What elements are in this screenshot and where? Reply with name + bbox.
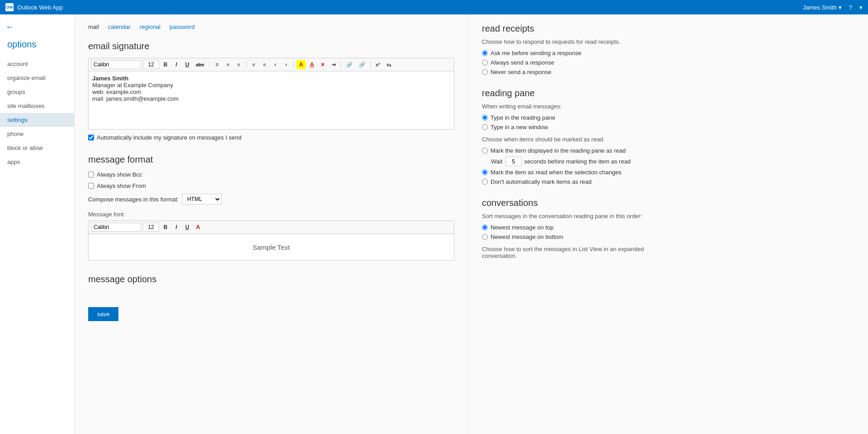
align-center-button[interactable]: ≡ [223,61,232,69]
sidebar-item-settings[interactable]: settings [0,113,74,127]
sidebar-item-phone[interactable]: phone [0,127,74,141]
reading-pane-section: reading pane When writing email messages… [482,88,644,185]
sidebar-item-site-mailboxes[interactable]: site mailboxes [0,99,74,113]
align-right-button[interactable]: ≡ [234,61,243,69]
bold-button[interactable]: B [161,60,170,69]
sidebar-item-organize-email[interactable]: organize email [0,71,74,85]
read-receipt-ask-radio[interactable] [482,50,488,56]
tab-calendar[interactable]: calendar [108,23,131,32]
app-title: Outlook Web App [17,4,63,11]
compose-format-row: Compose messages in this format: HTML Pl… [88,194,454,205]
read-receipts-title: read receipts [482,23,644,34]
read-receipt-never-radio[interactable] [482,69,488,75]
sample-text-area[interactable]: Sample Text [88,233,454,261]
save-button[interactable]: save [88,307,118,321]
content-area: mail calendar regional password email si… [75,14,468,434]
align-left-button[interactable]: ≡ [212,60,222,69]
mark-selection-row: Mark the item as read when the selection… [482,169,644,176]
sidebar-item-groups[interactable]: groups [0,85,74,99]
newest-top-label: Newest message on top [491,224,553,231]
insert-link-button[interactable]: 🔗 [344,61,355,69]
back-icon: ← [5,22,14,32]
type-in-pane-radio[interactable] [482,115,488,121]
help-button[interactable]: ? [849,4,852,11]
user-dropdown[interactable]: James Smith ▾ [803,4,842,11]
toolbar-sep-3 [293,61,294,68]
superscript-button[interactable]: x² [373,61,382,69]
clear-format-button[interactable]: ✕ [318,61,327,69]
read-receipt-ask-row: Ask me before sending a response [482,50,644,56]
toolbar-sep-2 [246,61,246,68]
font-underline-button[interactable]: U [183,223,192,232]
signature-size-input[interactable] [143,60,159,69]
tab-regional[interactable]: regional [140,23,160,32]
topbar-left: OW Outlook Web App [5,3,63,11]
sidebar-item-account[interactable]: account [0,57,74,71]
font-color-btn[interactable]: A [193,223,203,232]
signature-name: James Smith [92,75,450,82]
font-font-input[interactable] [91,223,141,232]
highlight-button[interactable]: A [297,60,306,69]
type-in-window-label: Type in a new window [491,124,548,131]
outdent-button[interactable]: ‹ [271,60,280,69]
sidebar-item-block-or-allow[interactable]: block or allow [0,141,74,155]
italic-button[interactable]: I [172,60,181,69]
signature-editor[interactable]: James Smith Manager at Example Company w… [88,71,454,130]
always-show-from-checkbox[interactable] [88,183,94,189]
compose-format-label: Compose messages in this format: [88,196,179,203]
message-options-title: message options [88,274,454,285]
mark-displayed-radio[interactable] [482,148,488,154]
newest-bottom-row: Newest message on bottom [482,233,644,240]
compose-format-select[interactable]: HTML Plain Text [182,194,222,205]
signature-line3: mail: james.smith@example.com [92,95,450,102]
bullets-button[interactable]: ≡ [249,61,258,69]
read-receipt-never-label: Never send a response [491,69,551,75]
numbered-button[interactable]: ≡ [260,61,269,69]
type-in-window-radio[interactable] [482,124,488,130]
email-signature-title: email signature [88,41,454,51]
tabs: mail calendar regional password [88,23,454,32]
message-font-section: Message font: B I U A Sample Text [88,211,454,261]
newest-bottom-radio[interactable] [482,234,488,240]
mark-displayed-label: Mark the item displayed in the reading p… [491,147,626,154]
signature-font-input[interactable] [91,60,141,69]
type-in-pane-label: Type in the reading pane [491,114,555,121]
newest-top-radio[interactable] [482,224,488,230]
dont-mark-radio[interactable] [482,179,488,185]
back-button[interactable]: ← [0,18,74,36]
tab-password[interactable]: password [170,23,195,32]
read-receipt-ask-label: Ask me before sending a response [491,50,581,56]
mark-selection-radio[interactable] [482,169,488,175]
read-receipt-always-radio[interactable] [482,60,488,65]
subscript-button[interactable]: x₂ [384,61,393,69]
font-italic-button[interactable]: I [172,223,181,232]
strikethrough-button[interactable]: abc [193,61,207,69]
unlink-button[interactable]: 🔗 [357,61,368,69]
always-show-from-row: Always show From [88,182,454,189]
always-show-bcc-label: Always show Bcc [97,171,142,178]
font-color-button[interactable]: A [307,60,316,69]
email-signature-section: email signature B I U abc ≡ ≡ ≡ ≡ ≡ ‹ [88,41,454,141]
font-size-input[interactable] [143,223,159,232]
underline-button[interactable]: U [183,60,192,69]
indent-button[interactable]: › [282,60,291,69]
main-content: mail calendar regional password email si… [75,14,868,434]
username: James Smith [803,4,837,11]
mark-displayed-row: Mark the item displayed in the reading p… [482,147,644,154]
tab-mail[interactable]: mail [88,23,99,32]
layout: ← options account organize email groups … [0,14,868,434]
sidebar-item-apps[interactable]: apps [0,155,74,169]
always-show-bcc-checkbox[interactable] [88,172,94,177]
wait-seconds-input[interactable] [505,157,522,166]
wait-before-label: Wait [491,158,503,165]
toolbar-sep-4 [341,61,341,68]
topbar-right: James Smith ▾ ? ▾ [803,4,863,11]
font-bold-button[interactable]: B [161,223,170,232]
indent2-button[interactable]: ⇥ [329,61,338,69]
toolbar-sep-1 [209,61,210,68]
conversations-list-desc: Choose how to sort the messages in List … [482,246,644,259]
auto-include-checkbox[interactable] [88,135,94,140]
dont-mark-label: Don't automatically mark items as read [491,178,592,185]
conversations-title: conversations [482,198,644,208]
signature-line2: web: example.com [92,89,450,95]
